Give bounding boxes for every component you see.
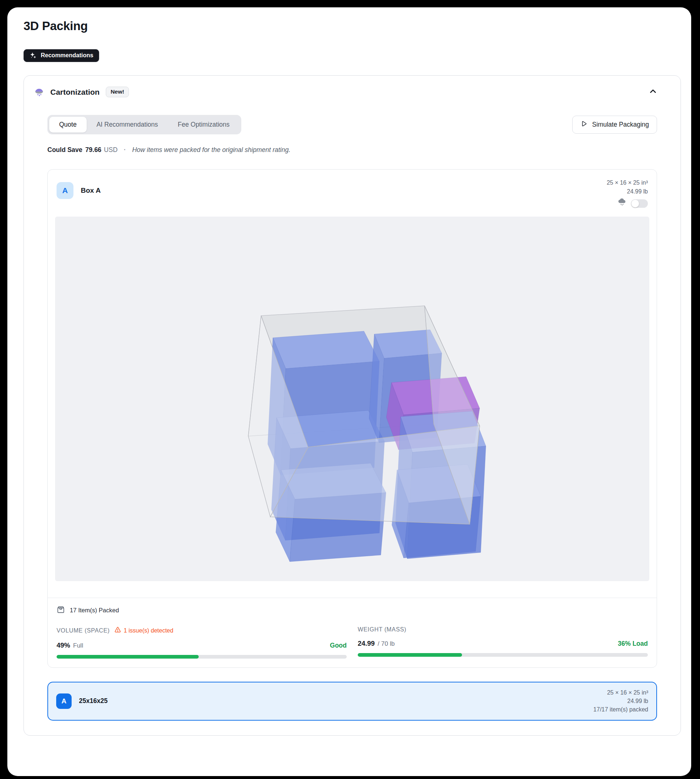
savings-description: How items were packed for the original s… bbox=[132, 146, 290, 154]
box-a-meta: 25 × 16 × 25 in³ 24.99 lb bbox=[607, 178, 648, 209]
cartonization-card: Cartonization New! QuoteAI Recommendatio… bbox=[23, 75, 681, 736]
selected-box-item[interactable]: A 25x16x25 25 × 16 × 25 in³ 24.99 lb 17/… bbox=[47, 682, 657, 721]
card-title: Cartonization bbox=[50, 88, 100, 97]
box-a-weight: 24.99 lb bbox=[607, 187, 648, 196]
volume-issue-text: 1 issue(s) detected bbox=[124, 628, 173, 634]
selected-box-weight: 24.99 lb bbox=[593, 697, 648, 705]
package-icon bbox=[57, 605, 65, 615]
box-a-header: A Box A 25 × 16 × 25 in³ 24.99 lb bbox=[48, 170, 657, 214]
box-a-name: Box A bbox=[81, 186, 101, 195]
page: 3D Packing Recommendations Cartonization… bbox=[7, 7, 691, 776]
volume-stat: VOLUME (SPACE) 1 issue(s) detected 49% F… bbox=[57, 626, 347, 659]
weight-max: / 70 lb bbox=[378, 640, 395, 648]
new-badge: New! bbox=[106, 87, 129, 97]
selected-box-packed: 17/17 item(s) packed bbox=[593, 705, 648, 714]
tabs-row: QuoteAI RecommendationsFee Optimizations… bbox=[24, 115, 680, 134]
savings-prefix: Could Save bbox=[47, 146, 82, 154]
tab-group: QuoteAI RecommendationsFee Optimizations bbox=[47, 115, 241, 134]
warning-icon bbox=[114, 626, 121, 635]
packing-3d-scene bbox=[55, 216, 649, 581]
chevron-up-icon bbox=[648, 92, 658, 97]
box-a-card: A Box A 25 × 16 × 25 in³ 24.99 lb bbox=[47, 169, 657, 668]
savings-amount: 79.66 bbox=[85, 146, 102, 154]
recommendations-label: Recommendations bbox=[41, 52, 93, 59]
volume-progress-fill bbox=[57, 655, 199, 659]
simulate-packaging-label: Simulate Packaging bbox=[592, 121, 649, 128]
volume-suffix: Full bbox=[73, 642, 83, 649]
savings-separator: · bbox=[124, 146, 126, 154]
selected-box-name: 25x16x25 bbox=[79, 697, 108, 705]
weight-value: 24.99 bbox=[358, 639, 375, 648]
cloud-rain-icon bbox=[618, 198, 627, 209]
packing-3d-viewport[interactable] bbox=[55, 216, 649, 581]
weight-stat: WEIGHT (MASS) 24.99 / 70 lb 36% Load bbox=[358, 626, 648, 659]
weight-progress-track bbox=[358, 653, 648, 657]
recommendations-button[interactable]: Recommendations bbox=[23, 49, 99, 62]
page-title: 3D Packing bbox=[23, 19, 691, 33]
packing-stats: 17 Item(s) Packed VOLUME (SPACE) 1 issue… bbox=[48, 598, 657, 667]
volume-label: VOLUME (SPACE) bbox=[57, 628, 110, 634]
volume-issue: 1 issue(s) detected bbox=[114, 626, 173, 635]
volume-percent: 49% bbox=[57, 641, 70, 649]
volume-status: Good bbox=[330, 642, 347, 649]
weight-progress-fill bbox=[358, 653, 462, 657]
sparkle-icon bbox=[29, 52, 37, 59]
box-a-avatar: A bbox=[57, 182, 73, 199]
items-packed-label: 17 Item(s) Packed bbox=[70, 607, 119, 614]
selected-box-meta: 25 × 16 × 25 in³ 24.99 lb 17/17 item(s) … bbox=[593, 688, 648, 714]
tab-fee-optimizations[interactable]: Fee Optimizations bbox=[168, 117, 240, 133]
cartonization-header: Cartonization New! bbox=[24, 85, 680, 99]
volume-progress-track bbox=[57, 655, 347, 659]
cartonization-cloud-icon bbox=[34, 87, 45, 98]
selected-box-dimensions: 25 × 16 × 25 in³ bbox=[593, 688, 648, 697]
play-icon bbox=[580, 120, 588, 129]
weight-label: WEIGHT (MASS) bbox=[358, 626, 406, 633]
weight-load: 36% Load bbox=[618, 640, 648, 648]
savings-line: Could Save 79.66 USD · How items were pa… bbox=[24, 146, 680, 154]
box-a-toggle[interactable] bbox=[631, 199, 648, 208]
savings-currency: USD bbox=[104, 146, 118, 154]
collapse-button[interactable] bbox=[647, 85, 659, 99]
simulate-packaging-button[interactable]: Simulate Packaging bbox=[572, 116, 657, 134]
box-a-dimensions: 25 × 16 × 25 in³ bbox=[607, 178, 648, 187]
tab-quote[interactable]: Quote bbox=[49, 117, 87, 133]
selected-box-avatar: A bbox=[56, 694, 72, 709]
tab-ai-recommendations[interactable]: AI Recommendations bbox=[87, 117, 168, 133]
